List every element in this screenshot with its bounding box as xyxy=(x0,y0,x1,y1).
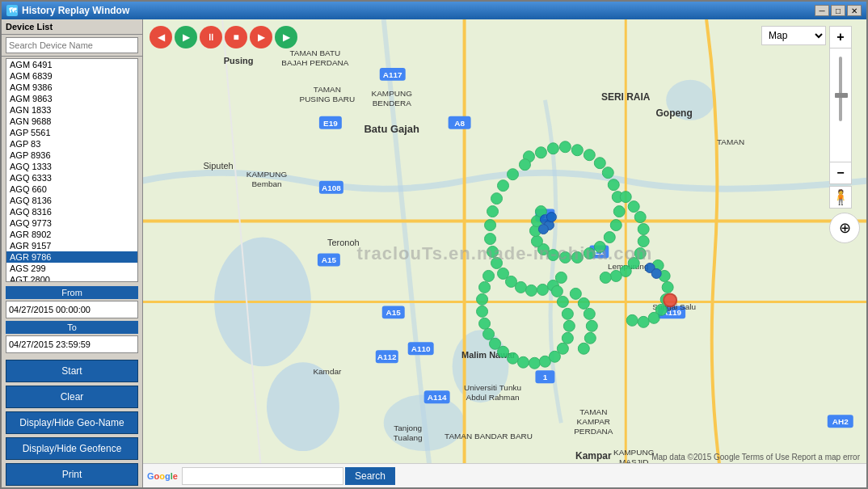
close-button[interactable]: ✕ xyxy=(847,5,862,16)
svg-point-121 xyxy=(485,234,496,245)
map-type-selector[interactable]: Map Satellite Terrain xyxy=(761,26,826,45)
list-item[interactable]: AGT 2800 xyxy=(6,274,137,282)
list-item[interactable]: AGP 8936 xyxy=(6,150,137,161)
svg-point-78 xyxy=(610,220,622,231)
compass-button[interactable]: ⊕ xyxy=(829,213,860,243)
zoom-slider-thumb xyxy=(835,93,848,98)
go-button[interactable]: ▶ xyxy=(275,26,297,48)
svg-point-103 xyxy=(600,272,611,283)
svg-text:A110: A110 xyxy=(411,344,431,353)
list-item[interactable]: AGR 8902 xyxy=(6,229,137,240)
zoom-slider-track[interactable] xyxy=(829,48,852,162)
to-date-input[interactable] xyxy=(6,335,138,353)
svg-text:PERDANA: PERDANA xyxy=(574,427,613,436)
svg-point-151 xyxy=(578,297,589,309)
list-item[interactable]: AGQ 9773 xyxy=(6,217,137,229)
display-geofence-button[interactable]: Display/Hide Geofence xyxy=(6,437,138,460)
svg-text:TAMAN: TAMAN xyxy=(579,407,607,416)
print-button[interactable]: Print xyxy=(6,463,138,486)
svg-point-110 xyxy=(638,316,649,327)
svg-text:TAMAN BANDAR BARU: TAMAN BANDAR BARU xyxy=(445,432,533,441)
svg-point-97 xyxy=(638,224,649,235)
list-item[interactable]: AGR 9786 xyxy=(6,251,137,263)
svg-point-86 xyxy=(531,236,542,247)
list-item[interactable]: AGP 5561 xyxy=(6,127,137,138)
svg-text:TAMAN BATU: TAMAN BATU xyxy=(290,48,341,57)
svg-point-114 xyxy=(651,268,661,278)
svg-text:BENDERA: BENDERA xyxy=(373,99,412,107)
svg-point-120 xyxy=(485,220,496,231)
pause-button[interactable]: ⏸ xyxy=(200,26,222,48)
pegman-button[interactable]: 🧍 xyxy=(829,186,852,209)
from-date-input[interactable] xyxy=(6,301,138,318)
minimize-button[interactable]: ─ xyxy=(815,5,829,16)
list-item[interactable]: AGR 9157 xyxy=(6,240,137,251)
svg-point-150 xyxy=(570,288,581,299)
svg-point-116 xyxy=(507,169,518,180)
svg-text:A8: A8 xyxy=(454,119,465,128)
map-search-input[interactable] xyxy=(182,467,343,485)
list-item[interactable]: AGQ 660 xyxy=(6,183,137,195)
map-type-dropdown[interactable]: Map Satellite Terrain xyxy=(761,26,826,45)
svg-text:Universiti Tunku: Universiti Tunku xyxy=(464,383,521,392)
prev-button[interactable]: ◀ xyxy=(150,26,172,48)
svg-point-134 xyxy=(477,306,488,317)
stop-button[interactable]: ■ xyxy=(225,26,247,48)
maximize-button[interactable]: □ xyxy=(831,5,845,16)
map-search-button[interactable]: Search xyxy=(345,467,395,485)
list-item[interactable]: AGM 6839 xyxy=(6,70,137,82)
svg-point-82 xyxy=(571,252,583,263)
svg-point-145 xyxy=(562,332,573,344)
svg-point-72 xyxy=(584,150,595,161)
svg-text:PUSING BARU: PUSING BARU xyxy=(300,95,356,103)
zoom-out-button[interactable]: − xyxy=(829,162,852,184)
svg-point-119 xyxy=(487,206,499,217)
svg-point-127 xyxy=(525,285,537,296)
list-item[interactable]: AGN 1833 xyxy=(6,104,137,116)
svg-point-147 xyxy=(562,308,573,319)
start-button[interactable]: Start xyxy=(6,360,138,382)
list-item[interactable]: AGQ 8316 xyxy=(6,206,137,217)
device-search-input[interactable] xyxy=(6,37,138,53)
list-item[interactable]: AGM 6491 xyxy=(6,59,137,70)
left-panel: Device List AGM 6491AGM 6839AGM 9386AGM … xyxy=(2,19,143,487)
next-button[interactable]: ▶ xyxy=(250,26,272,48)
list-item[interactable]: AGS 299 xyxy=(6,263,137,274)
svg-point-83 xyxy=(559,252,571,263)
svg-text:1: 1 xyxy=(543,373,548,382)
list-item[interactable]: AGQ 8136 xyxy=(6,195,137,206)
svg-text:Abdul Rahman: Abdul Rahman xyxy=(466,393,520,402)
svg-point-140 xyxy=(517,356,529,368)
svg-point-77 xyxy=(613,206,625,217)
svg-text:A112: A112 xyxy=(377,352,397,361)
app-window: 🗺 History Replay Window ─ □ ✕ Device Lis… xyxy=(0,0,868,489)
svg-text:A108: A108 xyxy=(322,183,341,192)
zoom-slider-fill xyxy=(839,57,842,121)
list-item[interactable]: AGM 9386 xyxy=(6,82,137,93)
device-listbox[interactable]: AGM 6491AGM 6839AGM 9386AGM 9863AGN 1833… xyxy=(6,58,138,282)
date-section: From To xyxy=(2,284,142,358)
svg-point-80 xyxy=(594,242,605,253)
svg-point-149 xyxy=(551,285,563,297)
play-button[interactable]: ▶ xyxy=(175,26,197,48)
svg-point-117 xyxy=(498,180,509,192)
clear-button[interactable]: Clear xyxy=(6,386,138,408)
svg-point-115 xyxy=(519,159,530,171)
svg-text:Kampar: Kampar xyxy=(575,450,612,462)
zoom-in-button[interactable]: + xyxy=(829,26,852,48)
list-item[interactable]: AGM 9863 xyxy=(6,93,137,104)
svg-point-71 xyxy=(571,145,583,156)
svg-point-130 xyxy=(555,272,567,283)
list-item[interactable]: AGN 9688 xyxy=(6,116,137,127)
display-geo-name-button[interactable]: Display/Hide Geo-Name xyxy=(6,411,138,434)
svg-point-131 xyxy=(483,270,495,281)
map-area[interactable]: A117 E19 A8 A108 A15 E1 A119 A15 A110 A1… xyxy=(143,19,866,487)
list-item[interactable]: AGP 83 xyxy=(6,138,137,150)
list-item[interactable]: AGQ 1333 xyxy=(6,161,137,172)
list-item[interactable]: AGQ 6333 xyxy=(6,172,137,183)
svg-point-106 xyxy=(662,281,673,293)
svg-point-148 xyxy=(557,296,568,307)
svg-text:Gopeng: Gopeng xyxy=(656,107,693,119)
svg-text:SERI RAIA: SERI RAIA xyxy=(601,91,651,103)
svg-text:TAMAN: TAMAN xyxy=(717,137,744,146)
